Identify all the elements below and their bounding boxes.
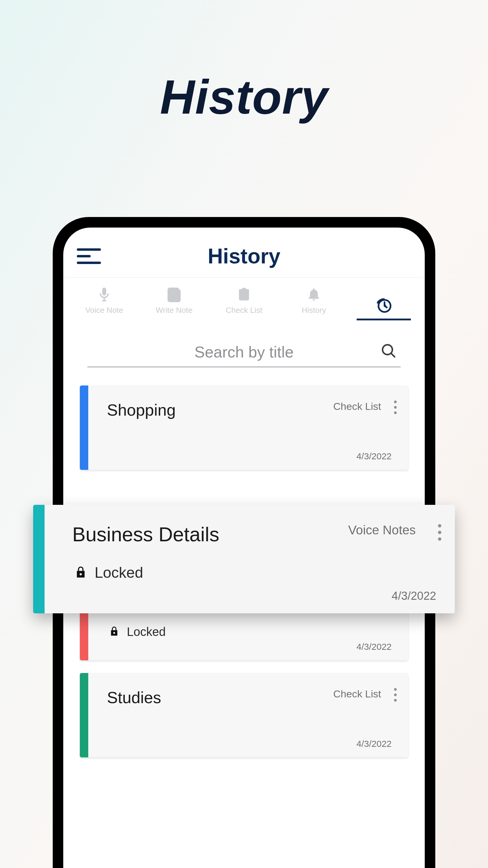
card-title: Business Details <box>72 523 219 546</box>
locked-indicator: Locked <box>109 625 396 639</box>
menu-button[interactable] <box>77 247 101 265</box>
tab-check-list[interactable]: Check List <box>217 285 271 320</box>
card-type-label: Check List <box>333 688 381 700</box>
search-input[interactable] <box>87 343 401 361</box>
card-date: 4/3/2022 <box>392 590 436 602</box>
card-date: 4/3/2022 <box>356 642 392 652</box>
card-more-button[interactable] <box>394 688 397 702</box>
tab-label: Write Note <box>156 306 193 315</box>
card-type-label: Check List <box>333 401 381 412</box>
history-item-shopping[interactable]: Shopping Check List 4/3/2022 <box>80 385 408 470</box>
tab-history[interactable]: History <box>287 285 341 320</box>
card-title: Studies <box>107 688 161 707</box>
card-more-button[interactable] <box>438 524 441 541</box>
tab-history-recent[interactable] <box>357 297 411 320</box>
history-item-business-details[interactable]: Business Details Voice Notes Locked 4/3/… <box>33 505 455 613</box>
card-more-button[interactable] <box>394 401 397 414</box>
page-heading: History <box>0 69 488 125</box>
bell-icon <box>305 285 323 303</box>
tab-label: History <box>302 306 326 315</box>
menu-icon <box>77 255 91 257</box>
card-type-label: Voice Notes <box>348 523 416 537</box>
mic-icon <box>95 285 113 303</box>
locked-indicator: Locked <box>74 564 437 581</box>
tab-voice-note[interactable]: Voice Note <box>77 285 131 320</box>
lock-icon <box>109 625 120 639</box>
clipboard-icon <box>235 285 253 303</box>
card-date: 4/3/2022 <box>356 739 392 749</box>
app-title: History <box>63 244 425 268</box>
tab-bar: Voice Note Write Note Check List History <box>63 278 425 325</box>
card-date: 4/3/2022 <box>356 451 392 461</box>
lock-icon <box>74 564 87 581</box>
locked-label: Locked <box>127 625 166 639</box>
svg-line-2 <box>391 353 395 357</box>
notepad-icon <box>165 285 183 303</box>
locked-label: Locked <box>95 564 143 581</box>
tab-label: Check List <box>226 306 262 315</box>
tab-label: Voice Note <box>85 306 123 315</box>
card-stripe <box>80 673 88 757</box>
tab-write-note[interactable]: Write Note <box>147 285 201 320</box>
card-stripe <box>33 505 44 613</box>
card-stripe <box>80 385 88 470</box>
search-icon <box>380 342 398 361</box>
menu-icon <box>77 248 101 251</box>
history-item-studies[interactable]: Studies Check List 4/3/2022 <box>80 673 408 757</box>
history-clock-icon <box>375 297 393 315</box>
card-title: Shopping <box>107 401 175 419</box>
search-field[interactable] <box>87 343 401 367</box>
menu-icon <box>77 261 101 264</box>
app-header: History <box>63 227 425 278</box>
